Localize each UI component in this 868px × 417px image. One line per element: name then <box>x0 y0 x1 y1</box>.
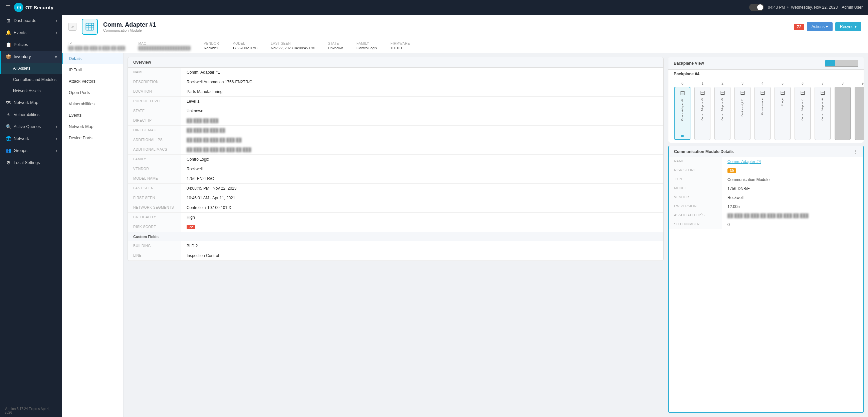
sidebar-item-network-assets[interactable]: Network Assets <box>0 85 62 97</box>
nav-item-network-map[interactable]: Network Map <box>62 121 123 132</box>
slot-4-label: Perseverance <box>761 98 764 115</box>
sidebar-item-all-assets[interactable]: All Assets <box>0 63 62 74</box>
overview-fields: NAME Comm. Adapter #1 DESCRIPTION Rockwe… <box>128 68 663 260</box>
meta-last-seen: Last Seen Nov 22, 2023 04:08:45 PM <box>271 42 314 50</box>
field-value-state: Unknown <box>181 106 663 116</box>
field-value-vendor: Rockwell <box>181 164 663 174</box>
field-label-last-seen: LAST SEEN <box>128 184 181 193</box>
nav-item-events[interactable]: Events <box>62 110 123 121</box>
sidebar-item-policies[interactable]: 📋 Policies <box>0 39 62 51</box>
chevron-events: › <box>56 31 57 35</box>
version-info: Version 3.17.24 Expires Apr 4, 2026 <box>0 404 62 417</box>
sidebar-item-controllers[interactable]: Controllers and Modules <box>0 74 62 85</box>
sidebar-item-inventory[interactable]: 📦 Inventory ∨ <box>0 51 62 63</box>
comm-details-scroll[interactable]: NAME Comm. Adapter #4 RISK SCORE 39 TYPE… <box>669 157 863 412</box>
collapse-button[interactable]: « <box>68 23 76 31</box>
slot-1-label: Comm. Adapter #3 <box>701 98 704 121</box>
slot-5-label: Rouge <box>781 98 784 106</box>
slot-4-card[interactable]: ⊟ Perseverance <box>754 87 771 140</box>
sidebar-label-all-assets: All Assets <box>13 66 30 71</box>
slot-1-num: 1 <box>702 82 704 85</box>
slot-1-icon: ⊟ <box>700 89 705 96</box>
actions-button[interactable]: Actions ▾ <box>807 22 833 31</box>
chevron-inventory: ∨ <box>55 55 57 59</box>
nav-label-device-ports: Device Ports <box>69 136 92 140</box>
slot-2-label: Comm. Adapter #5 <box>721 98 724 121</box>
sidebar-item-network[interactable]: 🌐 Network › <box>0 133 62 145</box>
field-label-state: STATE <box>128 106 181 116</box>
slot-2-num: 2 <box>721 82 723 85</box>
field-label-line: LINE <box>128 251 181 260</box>
nav-item-details[interactable]: Details <box>62 53 123 64</box>
sidebar-item-vulnerabilities[interactable]: ⚠ Vulnerabilities <box>0 109 62 121</box>
slot-0-col: 0 ⊟ Comm. Adapter #4 <box>674 82 691 140</box>
slot-5-card[interactable]: ⊟ Rouge <box>775 87 790 140</box>
nav-item-attack-vectors[interactable]: Attack Vectors <box>62 76 123 87</box>
network-map-icon: 🗺 <box>6 100 11 105</box>
comm-field-label-slot: SLOT NUMBER <box>669 220 722 229</box>
slot-3-col: 3 ⊟ DeviceNet_L81 <box>734 82 751 140</box>
hamburger-icon[interactable]: ☰ <box>5 4 11 11</box>
field-label-vendor: VENDOR <box>128 164 181 174</box>
comm-risk-badge: 39 <box>727 168 736 173</box>
slot-1-col: 1 ⊟ Comm. Adapter #3 <box>694 82 711 140</box>
slot-3-num: 3 <box>741 82 743 85</box>
slot-7-icon: ⊟ <box>820 89 825 96</box>
comm-field-value-name[interactable]: Comm. Adapter #4 <box>722 157 863 166</box>
nav-item-device-ports[interactable]: Device Ports <box>62 132 123 144</box>
comm-details-title: Communication Module Details <box>674 149 734 154</box>
chevron-groups: › <box>56 149 57 153</box>
mac-value: ████████████████████ <box>138 46 190 50</box>
sidebar-label-network-map: Network Map <box>14 100 38 105</box>
slot-9-card[interactable] <box>855 87 864 140</box>
slot-2-col: 2 ⊟ Comm. Adapter #5 <box>714 82 731 140</box>
sidebar-item-dashboards[interactable]: ⊞ Dashboards › <box>0 15 62 27</box>
slot-8-card[interactable] <box>835 87 850 140</box>
nav-label-open-ports: Open Ports <box>69 90 90 95</box>
slot-0-card[interactable]: ⊟ Comm. Adapter #4 <box>674 87 690 140</box>
nav-item-ip-trail[interactable]: IP Trail <box>62 64 123 76</box>
slot-2-card[interactable]: ⊟ Comm. Adapter #5 <box>714 87 731 140</box>
slot-7-card[interactable]: ⊟ Comm. Adapter #6 <box>814 87 831 140</box>
field-value-model-name: 1756-EN2TR/C <box>181 174 663 184</box>
meta-mac: MAC ████████████████████ <box>138 42 190 50</box>
sidebar-item-events[interactable]: 🔔 Events › <box>0 27 62 39</box>
slot-6-col: 6 ⊟ Comm. Adapter #1 <box>794 82 811 140</box>
sidebar-item-network-map[interactable]: 🗺 Network Map <box>0 97 62 109</box>
theme-toggle[interactable] <box>749 4 764 11</box>
nav-item-vulnerabilities[interactable]: Vulnerabilities <box>62 98 123 110</box>
field-label-additional-macs: ADDITIONAL MACS <box>128 145 181 155</box>
field-value-network-segments: Controller / 10.100.101.X <box>181 203 663 213</box>
vendor-label: Vendor <box>204 42 219 45</box>
date-display: Wednesday, Nov 22, 2023 <box>791 5 838 10</box>
meta-family: Family ControlLogix <box>356 42 377 50</box>
asset-header: « Comm. Adapter #1 Communication Module … <box>62 15 868 39</box>
slot-3-icon: ⊟ <box>740 89 745 96</box>
field-value-risk-score: 72 <box>181 222 663 232</box>
resync-button[interactable]: Resync ▾ <box>835 22 861 31</box>
slot-6-card[interactable]: ⊟ Comm. Adapter #1 <box>795 87 811 140</box>
firmware-value: 10.010 <box>391 46 410 50</box>
sidebar-label-dashboards: Dashboards <box>14 18 36 23</box>
backplane-section: Backplane View Backplane #4 0 ⊟ <box>668 57 864 143</box>
mac-label: MAC <box>138 42 190 45</box>
sidebar-item-groups[interactable]: 👥 Groups › <box>0 145 62 157</box>
app-logo: ⊙ OT Security <box>14 3 54 12</box>
comm-fields-grid: NAME Comm. Adapter #4 RISK SCORE 39 TYPE… <box>669 157 863 229</box>
topbar: ☰ ⊙ OT Security 04:43 PM • Wednesday, No… <box>0 0 868 15</box>
nav-item-open-ports[interactable]: Open Ports <box>62 87 123 98</box>
left-nav: Details IP Trail Attack Vectors Open Por… <box>62 53 124 417</box>
slot-7-label: Comm. Adapter #6 <box>821 98 824 121</box>
slot-1-card[interactable]: ⊟ Comm. Adapter #3 <box>694 87 710 140</box>
meta-ip: IP ██ ███ ██ ███ █ ███ ██ ███ <box>68 42 125 50</box>
sidebar-item-local-settings[interactable]: ⚙ Local Settings <box>0 157 62 169</box>
last-seen-value: Nov 22, 2023 04:08:45 PM <box>271 46 314 50</box>
logo-icon: ⊙ <box>14 3 23 12</box>
slot-3-card[interactable]: ⊟ DeviceNet_L81 <box>735 87 750 140</box>
firmware-label: Firmware <box>391 42 410 45</box>
slot-4-icon: ⊟ <box>760 89 765 96</box>
backplane-title: Backplane View <box>674 61 704 66</box>
sidebar-item-active-queries[interactable]: 🔍 Active Queries › <box>0 121 62 133</box>
nav-label-network-map: Network Map <box>69 124 93 129</box>
meta-model: Model 1756-EN2TR/C <box>232 42 257 50</box>
